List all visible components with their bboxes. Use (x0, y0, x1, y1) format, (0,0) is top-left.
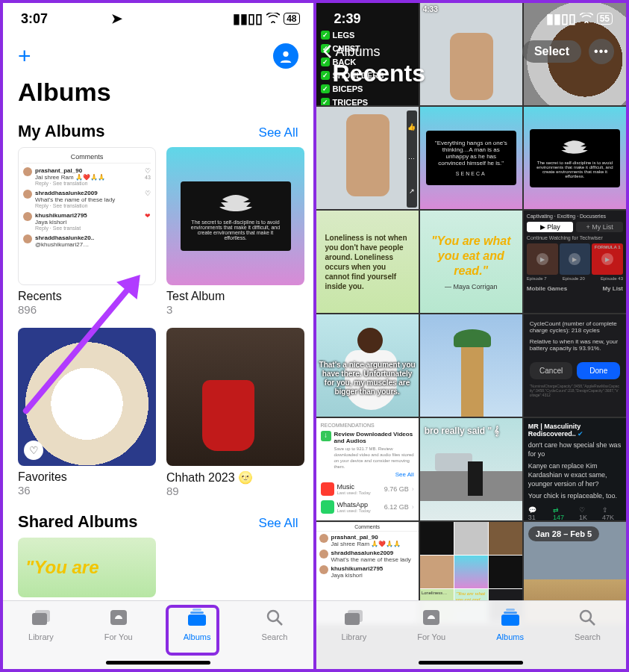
select-button[interactable]: Select (522, 40, 581, 63)
svg-rect-5 (190, 612, 204, 614)
my-albums-see-all[interactable]: See All (259, 125, 298, 140)
album-name: Favorites (18, 470, 156, 484)
album-count: 36 (18, 484, 156, 497)
album-thumb: The secret to self-discipline is to avoi… (166, 147, 304, 285)
add-album-button[interactable]: + (18, 49, 31, 63)
grid-cell[interactable] (420, 314, 522, 417)
foryou-icon (422, 609, 441, 629)
left-screenshot: 3:07 ➤ ▮▮▯▯ 48 + Albums My Albums See Al… (3, 3, 313, 669)
svg-rect-10 (348, 610, 363, 622)
tab-albums[interactable]: Albums (184, 609, 211, 641)
home-indicator[interactable] (106, 661, 210, 665)
svg-rect-14 (506, 609, 515, 611)
cellular-icon: ▮▮▯▯ (546, 10, 576, 27)
wifi-icon (580, 11, 593, 27)
tab-for-you[interactable]: For You (104, 609, 133, 641)
album-favorites[interactable]: ♡ Favorites 36 (18, 328, 156, 497)
page-title: Recents (333, 60, 426, 87)
grid-cell[interactable]: 👍⋯↗ (316, 107, 419, 209)
status-bar: 2:39 ▮▮▯▯ 55 (316, 3, 627, 30)
svg-point-15 (581, 611, 591, 621)
my-albums-heading: My Albums (18, 122, 105, 141)
tab-for-you[interactable]: For You (417, 609, 445, 641)
grid-cell[interactable]: That's a nice argument you have there. U… (316, 314, 419, 417)
album-thumb (166, 328, 304, 466)
grid-cell[interactable]: "You are what you eat and read." — Maya … (420, 211, 522, 313)
my-albums-row-2: ♡ Favorites 36 Chhath 2023 🌝 89 D 2 (3, 328, 313, 497)
grid-cell[interactable]: bro really said " 𝄞 (420, 418, 522, 520)
back-button[interactable]: Albums (322, 44, 381, 60)
album-thumb: Comments prashant_pal_90Jai shree Ram 🙏❤… (18, 147, 156, 285)
grid-cell[interactable]: CycleCount (number of complete charge cy… (524, 314, 626, 417)
svg-point-0 (283, 52, 288, 57)
status-time: 3:07 (21, 11, 48, 27)
page-title: Albums (3, 73, 313, 117)
wifi-icon (266, 11, 280, 27)
svg-rect-13 (504, 612, 517, 614)
location-icon: ➤ (111, 10, 122, 27)
library-icon (31, 609, 51, 629)
grid-cell[interactable]: RECOMMENDATIONS ↓ Review Downloaded Vide… (316, 418, 419, 520)
shared-album-thumb[interactable]: "You are (18, 538, 156, 597)
album-count: 3 (166, 303, 304, 316)
grid-cell[interactable]: Captivating · Exciting · Docuseries ▶ Pl… (524, 211, 626, 313)
svg-rect-12 (501, 615, 519, 626)
album-count: 896 (18, 303, 156, 316)
tab-search[interactable]: Search (262, 609, 288, 641)
shared-albums-row: "You are (3, 538, 313, 597)
nav-bar: + (3, 30, 313, 73)
albums-icon (187, 609, 207, 629)
tab-search[interactable]: Search (575, 609, 601, 641)
cellular-icon: ▮▮▯▯ (233, 10, 263, 27)
shared-albums-heading: Shared Albums (18, 512, 138, 532)
album-name: Chhath 2023 🌝 (166, 470, 304, 485)
more-button[interactable]: ••• (589, 39, 614, 64)
battery-icon: 55 (597, 13, 613, 25)
status-time: 2:39 (334, 11, 361, 27)
album-chhath[interactable]: Chhath 2023 🌝 89 (166, 328, 304, 497)
foryou-icon (109, 609, 128, 629)
battery-icon: 48 (284, 13, 299, 25)
svg-line-8 (277, 620, 282, 625)
tab-library[interactable]: Library (342, 609, 367, 641)
album-count: 89 (166, 485, 304, 497)
tab-bar: Library For You Albums Search (316, 600, 627, 669)
library-icon (343, 609, 364, 629)
status-bar: 3:07 ➤ ▮▮▯▯ 48 (3, 3, 313, 30)
search-icon (266, 609, 284, 629)
grid-cell[interactable]: The secret to self-discipline is to avoi… (524, 107, 626, 209)
my-albums-row-1: Comments prashant_pal_90Jai shree Ram 🙏❤… (3, 147, 313, 316)
home-indicator[interactable] (419, 661, 523, 665)
svg-rect-4 (188, 615, 206, 626)
photo-grid[interactable]: ✓LEGS ✓CHEST ✓BACK ✓SHOULDERS ✓BICEPS ✓T… (316, 3, 627, 669)
tab-albums[interactable]: Albums (496, 609, 524, 641)
album-name: Test Album (166, 290, 304, 303)
thumb-header: Comments (23, 151, 151, 164)
svg-point-7 (268, 611, 278, 621)
right-screenshot: ✓LEGS ✓CHEST ✓BACK ✓SHOULDERS ✓BICEPS ✓T… (316, 3, 627, 669)
heart-icon: ♡ (24, 441, 43, 460)
grid-cell[interactable]: "Everything hangs on one's thinking…A ma… (420, 107, 522, 209)
date-pill: Jan 28 – Feb 5 (528, 526, 599, 541)
album-test[interactable]: The secret to self-discipline is to avoi… (166, 147, 304, 316)
svg-rect-2 (35, 610, 50, 622)
profile-button[interactable] (273, 43, 298, 69)
svg-line-16 (589, 620, 595, 625)
grid-cell[interactable]: MR | Masculinity Rediscovered.. ✔ don't … (524, 418, 626, 520)
shared-albums-see-all[interactable]: See All (259, 516, 298, 531)
search-icon (578, 609, 596, 629)
tab-bar: Library For You Albums Search (3, 600, 313, 669)
svg-rect-6 (193, 609, 201, 611)
grid-cell[interactable]: Loneliness is not when you don't have pe… (316, 211, 419, 313)
tab-library[interactable]: Library (28, 609, 54, 641)
albums-icon (500, 609, 521, 629)
